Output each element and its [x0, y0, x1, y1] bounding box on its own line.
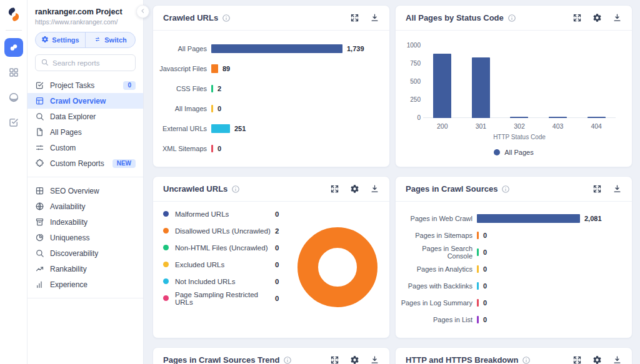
download-button[interactable] [370, 184, 379, 194]
app-root: rankranger.com Project https://www.rankr… [0, 0, 640, 364]
bar [477, 248, 479, 256]
task-check-icon [35, 81, 44, 90]
download-button[interactable] [612, 184, 622, 194]
bar [477, 232, 479, 239]
bar-value: 0 [218, 105, 221, 112]
project-name: rankranger.com Project [35, 7, 134, 16]
sidebar-divider [28, 177, 143, 177]
info-icon[interactable] [508, 14, 516, 22]
info-icon[interactable] [522, 356, 531, 364]
x-axis-tick: 403 [539, 122, 578, 130]
legend-label: Excluded URLs [175, 261, 275, 268]
card-grid: Crawled URLs All Pages1,739Javascript Fi… [152, 5, 632, 364]
chevron-left-icon [139, 7, 146, 16]
legend-value: 2 [275, 227, 279, 235]
card-status-code: All Pages by Status Code 100075050025002… [395, 5, 632, 167]
legend-value: 0 [275, 278, 279, 285]
legend-dot [163, 262, 169, 267]
info-icon[interactable] [231, 185, 240, 194]
rail-item-web[interactable] [4, 88, 23, 107]
sidebar-item-data-explorer[interactable]: Data Explorer [28, 109, 143, 124]
card-uncrawled-urls: Uncrawled URLs Malformed URLs0Disallowed… [152, 176, 390, 338]
project-actions: Settings Switch [35, 32, 136, 48]
download-icon [370, 355, 379, 364]
info-icon[interactable] [222, 14, 231, 22]
sidebar-item-discoverability[interactable]: Discoverability [28, 245, 143, 261]
legend-label: Not Included URLs [175, 278, 275, 285]
collapse-sidebar-button[interactable] [136, 5, 149, 18]
bar-label: Pages with Backlinks [396, 282, 472, 290]
sidebar-item-experience[interactable]: Experience [28, 277, 143, 292]
bar-chart-icon [35, 280, 44, 289]
switch-button[interactable]: Switch [85, 32, 135, 47]
site-audit-icon [8, 42, 19, 53]
search-input[interactable] [52, 59, 130, 67]
expand-button[interactable] [592, 184, 602, 194]
download-button[interactable] [612, 355, 622, 364]
legend-row[interactable]: Not Included URLs0 [163, 273, 279, 290]
crawl-sources-chart: Pages in Web Crawl2,081Pages in Sitemaps… [396, 202, 632, 328]
sidebar-item-custom-reports[interactable]: Custom ReportsNEW [28, 155, 143, 171]
sidebar-item-all-pages[interactable]: All Pages [28, 124, 143, 140]
bar-label: Javascript Files [153, 65, 207, 72]
download-button[interactable] [370, 13, 379, 22]
bar [477, 299, 479, 307]
legend-row[interactable]: Disallowed URLs (Uncrawled)2 [163, 222, 279, 239]
legend-row[interactable]: Page Sampling Restricted URLs0 [163, 290, 279, 307]
expand-button[interactable] [330, 184, 339, 194]
sidebar-item-label: SEO Overview [50, 187, 99, 195]
download-button[interactable] [370, 355, 379, 364]
expand-icon [350, 13, 359, 22]
rail-item-dashboards[interactable] [4, 63, 23, 82]
bar-label: All Pages [153, 45, 207, 52]
bar [477, 282, 479, 290]
settings-button[interactable]: Settings [36, 32, 85, 47]
expand-button[interactable] [350, 13, 359, 22]
sidebar-divider [28, 298, 143, 298]
bar [211, 105, 213, 112]
rankranger-logo-icon[interactable] [6, 6, 22, 22]
sidebar-item-uniqueness[interactable]: Uniqueness [28, 230, 143, 245]
bar-label: Pages in Web Crawl [396, 215, 472, 222]
legend-label: Page Sampling Restricted URLs [175, 291, 275, 306]
gear-button[interactable] [350, 355, 359, 364]
sidebar-item-rankability[interactable]: Rankability [28, 261, 143, 277]
legend-row[interactable]: Excluded URLs0 [163, 256, 279, 273]
search-reports-box [35, 54, 136, 71]
gear-icon [592, 355, 602, 364]
bar-row: External URLs251 [153, 119, 389, 139]
gear-button[interactable] [592, 13, 602, 22]
gear-button[interactable] [592, 355, 602, 364]
info-icon[interactable] [501, 185, 510, 194]
download-button[interactable] [612, 13, 622, 22]
sidebar-item-seo-overview[interactable]: SEO Overview [28, 183, 143, 199]
rail-item-site-audit[interactable] [4, 38, 23, 57]
sidebar-item-indexability[interactable]: Indexability [28, 214, 143, 230]
card-title: HTTP and HTTPS Breakdown [406, 355, 518, 364]
magnifier-icon [35, 248, 44, 258]
legend-value: 0 [275, 210, 279, 218]
rail-item-tasks[interactable] [4, 113, 23, 132]
bar [211, 145, 213, 152]
sidebar-item-crawl-overview[interactable]: Crawl Overview [28, 93, 143, 109]
bar-row: Pages in Log Summary0 [396, 294, 632, 311]
sidebar-item-availability[interactable]: Availability [28, 199, 143, 214]
bar-label: Pages in Analytics [396, 265, 472, 273]
expand-button[interactable] [572, 355, 582, 364]
icon-rail [0, 0, 28, 364]
legend-row[interactable]: Malformed URLs0 [163, 205, 279, 222]
bar-label: Pages in List [396, 316, 472, 323]
legend-row[interactable]: Non-HTML Files (Uncrawled)0 [163, 239, 279, 256]
card-crawl-sources-trend: Pages in Crawl Sources Trend [152, 347, 390, 364]
info-icon[interactable] [283, 356, 292, 364]
legend-dot [163, 295, 169, 301]
sidebar-item-custom[interactable]: Custom [28, 140, 143, 155]
gear-button[interactable] [350, 184, 359, 194]
sidebar-item-label: Discoverability [50, 249, 98, 258]
sidebar-item-project-tasks[interactable]: Project Tasks0 [28, 77, 143, 93]
legend-all-pages[interactable]: All Pages [406, 149, 622, 156]
bar [211, 44, 342, 53]
sidebar-menu-top: Project Tasks0Crawl OverviewData Explore… [28, 77, 143, 171]
expand-button[interactable] [572, 13, 582, 22]
expand-button[interactable] [330, 355, 339, 364]
